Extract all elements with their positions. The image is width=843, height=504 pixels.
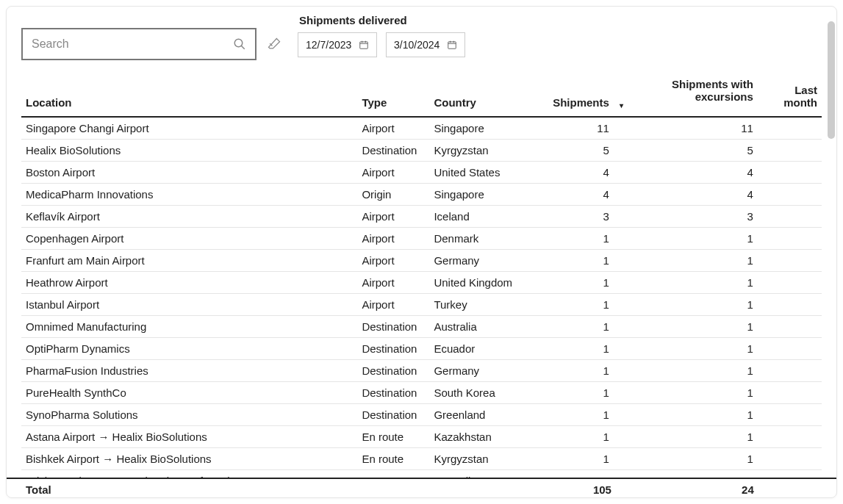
cell-location: OptiPharm Dynamics [21, 338, 357, 360]
table-row[interactable]: PharmaFusion IndustriesDestinationGerman… [21, 360, 822, 382]
cell-excursions: 1 [614, 448, 758, 470]
table-row[interactable]: SynoPharma SolutionsDestinationGreenland… [21, 404, 822, 426]
cell-last-month [758, 206, 822, 228]
table-row[interactable]: OptiPharm DynamicsDestinationEcuador11 [21, 338, 822, 360]
search-box[interactable] [21, 28, 257, 60]
search-icon[interactable] [233, 37, 246, 51]
total-excursions: 24 [611, 483, 754, 496]
cell-location: Singapore Changi Airport [21, 118, 357, 140]
table-row[interactable]: Bishkek Airport → Healix BioSolutionsEn … [21, 448, 822, 470]
cell-country: Australia [429, 470, 534, 478]
date-from-value: 12/7/2023 [306, 39, 351, 51]
cell-shipments: 1 [534, 426, 614, 448]
col-header-type[interactable]: Type [357, 72, 429, 117]
panel-title: Shipments delivered [299, 14, 465, 26]
svg-point-0 [234, 39, 243, 47]
cell-country: Greenland [429, 404, 534, 426]
cell-last-month [758, 140, 822, 162]
cell-type: En route [357, 426, 429, 448]
cell-country: Kyrgyzstan [429, 448, 534, 470]
cell-excursions: 11 [614, 118, 758, 140]
cell-type: Destination [357, 404, 429, 426]
cell-shipments: 1 [534, 404, 614, 426]
cell-last-month [758, 162, 822, 184]
cell-location: Brisbane Airport → OmniMed Manufacturing [21, 470, 357, 478]
cell-country: United Kingdom [429, 272, 534, 294]
cell-shipments: 1 [534, 470, 614, 478]
table-row[interactable]: Boston AirportAirportUnited States44 [21, 162, 822, 184]
cell-country: Kazakhstan [429, 426, 534, 448]
cell-country: Kyrgyzstan [429, 140, 534, 162]
table-row[interactable]: Keflavík AirportAirportIceland33 [21, 206, 822, 228]
cell-last-month [758, 250, 822, 272]
table-scroll-body[interactable]: Singapore Changi AirportAirportSingapore… [21, 118, 822, 478]
cell-shipments: 1 [534, 382, 614, 404]
cell-shipments: 4 [534, 162, 614, 184]
cell-country: Germany [429, 360, 534, 382]
cell-excursions: 1 [614, 338, 758, 360]
cell-country: United States [429, 162, 534, 184]
col-header-shipments[interactable]: Shipments [534, 72, 614, 117]
date-to-value: 3/10/2024 [394, 39, 440, 51]
cell-type: Airport [357, 272, 429, 294]
cell-type: En route [357, 448, 429, 470]
cell-country: Singapore [429, 118, 534, 140]
table-row[interactable]: Astana Airport → Healix BioSolutionsEn r… [21, 426, 822, 448]
date-row: 12/7/2023 3/10/2024 [298, 32, 465, 57]
col-header-excursions[interactable]: Shipments with excursions ▾ [614, 72, 758, 117]
cell-excursions: 1 [614, 294, 758, 316]
table-row[interactable]: Istanbul AirportAirportTurkey11 [21, 294, 822, 316]
cell-type: Airport [357, 118, 429, 140]
cell-country: Ecuador [429, 338, 534, 360]
cell-last-month [758, 426, 822, 448]
scrollbar-thumb[interactable] [828, 21, 835, 139]
cell-shipments: 1 [534, 228, 614, 250]
cell-location: PharmaFusion Industries [21, 360, 357, 382]
svg-rect-2 [360, 42, 368, 48]
total-row: Total 105 24 [7, 478, 836, 498]
calendar-icon [447, 40, 457, 50]
cell-country: South Korea [429, 382, 534, 404]
col-header-last-month[interactable]: Last month [758, 72, 822, 117]
cell-last-month [758, 294, 822, 316]
cell-type: Origin [357, 184, 429, 206]
cell-country: Iceland [429, 206, 534, 228]
cell-shipments: 1 [534, 338, 614, 360]
eraser-icon[interactable] [265, 35, 283, 53]
cell-type: Destination [357, 140, 429, 162]
table-row[interactable]: Copenhagen AirportAirportDenmark11 [21, 228, 822, 250]
cell-shipments: 11 [534, 118, 614, 140]
table-row[interactable]: MedicaPharm InnovationsOriginSingapore44 [21, 184, 822, 206]
cell-shipments: 4 [534, 184, 614, 206]
table-row[interactable]: Heathrow AirportAirportUnited Kingdom11 [21, 272, 822, 294]
cell-location: Astana Airport → Healix BioSolutions [21, 426, 357, 448]
cell-type: Airport [357, 228, 429, 250]
col-header-country[interactable]: Country [429, 72, 534, 117]
cell-location: Franfurt am Main Airport [21, 250, 357, 272]
table-row[interactable]: Omnimed ManufacturingDestinationAustrali… [21, 316, 822, 338]
cell-location: Boston Airport [21, 162, 357, 184]
cell-shipments: 3 [534, 206, 614, 228]
table-row[interactable]: Franfurt am Main AirportAirportGermany11 [21, 250, 822, 272]
cell-shipments: 1 [534, 272, 614, 294]
date-to-picker[interactable]: 3/10/2024 [386, 32, 465, 57]
cell-location: MedicaPharm Innovations [21, 184, 357, 206]
search-input[interactable] [32, 37, 233, 51]
cell-last-month [758, 360, 822, 382]
table-row[interactable]: Singapore Changi AirportAirportSingapore… [21, 118, 822, 140]
cell-type: Destination [357, 382, 429, 404]
cell-last-month [758, 404, 822, 426]
table-row[interactable]: Brisbane Airport → OmniMed Manufacturing… [21, 470, 822, 478]
table-row[interactable]: Healix BioSolutionsDestinationKyrgyzstan… [21, 140, 822, 162]
cell-last-month [758, 382, 822, 404]
cell-shipments: 1 [534, 250, 614, 272]
cell-last-month [758, 316, 822, 338]
cell-type: Airport [357, 250, 429, 272]
cell-excursions: 4 [614, 184, 758, 206]
date-from-picker[interactable]: 12/7/2023 [298, 32, 377, 57]
cell-country: Denmark [429, 228, 534, 250]
table-container: Location Type Country Shipments Shipment… [7, 72, 836, 478]
cell-location: SynoPharma Solutions [21, 404, 357, 426]
col-header-location[interactable]: Location [21, 72, 357, 117]
table-row[interactable]: PureHealth SynthCoDestinationSouth Korea… [21, 382, 822, 404]
